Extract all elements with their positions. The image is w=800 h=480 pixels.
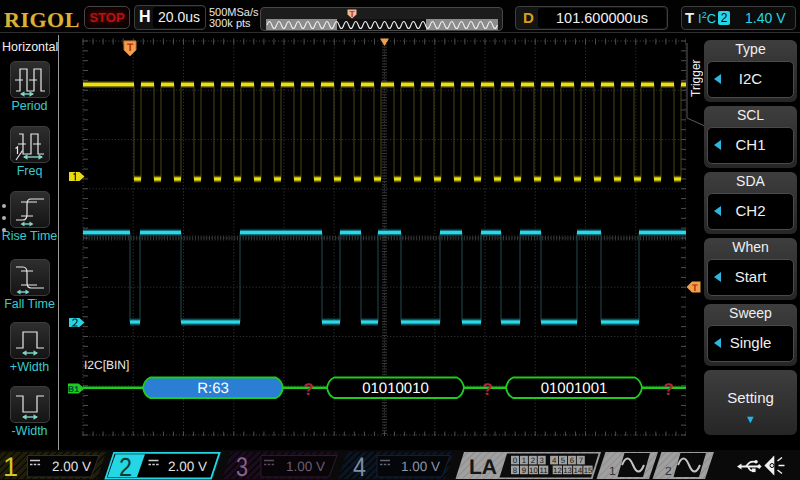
svg-text:11: 11 — [540, 466, 548, 475]
svg-text:2: 2 — [665, 464, 672, 478]
svg-text:01001001: 01001001 — [541, 380, 608, 397]
svg-text:T: T — [349, 9, 355, 19]
svg-text:0: 0 — [513, 456, 518, 465]
svg-text:3: 3 — [236, 452, 248, 480]
svg-text:3: 3 — [540, 456, 544, 465]
svg-text:2.00 V: 2.00 V — [52, 459, 91, 474]
svg-text:10: 10 — [529, 466, 538, 475]
svg-text:6: 6 — [570, 456, 574, 465]
svg-text:2: 2 — [531, 456, 535, 465]
svg-text:1: 1 — [522, 456, 526, 465]
svg-text:T: T — [692, 283, 698, 294]
svg-text:7: 7 — [579, 456, 583, 465]
svg-text:R:63: R:63 — [197, 380, 229, 397]
svg-text:8: 8 — [513, 466, 517, 475]
svg-text:12: 12 — [553, 466, 562, 475]
svg-text:?: ? — [663, 380, 673, 399]
svg-text:I2C[BIN]: I2C[BIN] — [84, 358, 129, 372]
svg-text:1.00 V: 1.00 V — [286, 459, 325, 474]
svg-text:T: T — [127, 42, 134, 54]
svg-text:?: ? — [482, 380, 492, 399]
svg-text:5: 5 — [561, 456, 566, 465]
svg-text:13: 13 — [563, 466, 572, 475]
svg-text:4: 4 — [353, 452, 366, 480]
svg-text:4: 4 — [552, 456, 557, 465]
svg-text:1: 1 — [609, 464, 616, 478]
svg-text:2: 2 — [119, 452, 132, 480]
svg-text:9: 9 — [522, 466, 526, 475]
svg-text:LA: LA — [469, 456, 497, 479]
svg-text:1.00 V: 1.00 V — [401, 459, 440, 474]
svg-text:15: 15 — [584, 466, 593, 475]
svg-text:1: 1 — [3, 452, 18, 480]
svg-text:B1: B1 — [68, 384, 79, 394]
svg-text:2.00 V: 2.00 V — [168, 459, 207, 474]
svg-text:?: ? — [303, 380, 313, 399]
svg-text:01010010: 01010010 — [362, 380, 429, 397]
svg-text:14: 14 — [573, 466, 582, 475]
